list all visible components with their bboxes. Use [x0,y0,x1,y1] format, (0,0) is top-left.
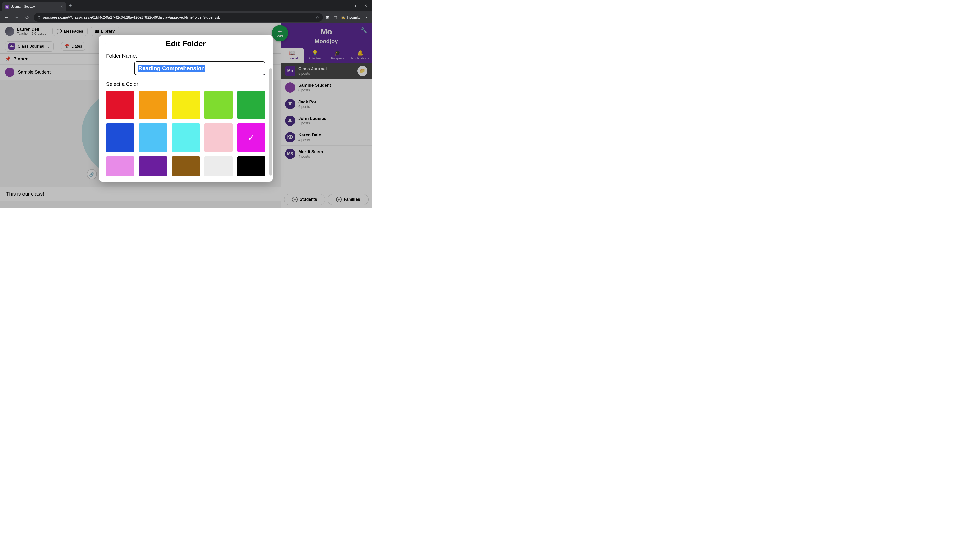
close-window-icon[interactable]: ✕ [364,3,368,8]
color-swatch[interactable] [204,156,232,176]
color-swatch[interactable] [106,156,134,176]
tab-close-icon[interactable]: × [60,4,63,9]
color-swatch[interactable] [106,91,134,119]
color-swatch[interactable] [139,124,167,151]
color-swatch[interactable] [172,156,200,176]
back-icon[interactable]: ← [3,15,10,20]
incognito-label: Incognito [347,16,360,19]
extensions-icon[interactable]: ⊞ [326,15,329,20]
folder-name-label: Folder Name: [106,53,266,59]
color-swatch[interactable] [237,91,266,119]
browser-tab-strip: S Journal - Seesaw × + — ▢ ✕ [0,0,372,11]
color-swatch[interactable] [204,124,232,151]
select-color-label: Select a Color: [106,81,266,87]
color-swatch[interactable] [172,91,200,119]
reload-icon[interactable]: ⟳ [24,14,30,20]
window-controls: — ▢ ✕ [345,3,372,8]
color-swatch[interactable] [204,91,232,119]
forward-icon[interactable]: → [13,15,21,20]
browser-tab[interactable]: S Journal - Seesaw × [2,2,66,11]
browser-toolbar: ← → ⟳ ⚙ app.seesaw.me/#/class/class.e01b… [0,11,372,24]
color-swatch[interactable] [237,156,266,176]
edit-folder-modal: ← Edit Folder Folder Name: Select a Colo… [99,35,272,182]
tab-title: Journal - Seesaw [11,5,59,8]
url-bar[interactable]: ⚙ app.seesaw.me/#/class/class.e01bf4c2-9… [34,13,323,22]
incognito-icon: 🕵 [341,16,345,19]
color-grid: ✓ [106,91,266,176]
scrollbar[interactable] [269,68,272,176]
color-swatch[interactable] [139,91,167,119]
folder-name-input[interactable] [134,62,266,75]
modal-back-icon[interactable]: ← [104,39,110,46]
incognito-badge[interactable]: 🕵 Incognito [341,16,360,19]
color-swatch[interactable] [172,124,200,151]
bookmark-icon[interactable]: ☆ [316,15,319,20]
tab-favicon: S [5,5,9,9]
url-text: app.seesaw.me/#/class/class.e01bf4c2-9a2… [43,15,313,19]
modal-overlay[interactable]: ← Edit Folder Folder Name: Select a Colo… [0,24,372,208]
minimize-icon[interactable]: — [345,3,349,8]
color-swatch[interactable]: ✓ [237,124,266,151]
side-panel-icon[interactable]: ◫ [333,15,337,20]
new-tab-button[interactable]: + [69,3,72,9]
color-swatch[interactable] [106,124,134,151]
modal-title: Edit Folder [99,39,272,48]
site-settings-icon[interactable]: ⚙ [37,15,41,19]
maximize-icon[interactable]: ▢ [355,3,358,8]
color-swatch[interactable] [139,156,167,176]
browser-menu-icon[interactable]: ⋮ [364,15,369,20]
